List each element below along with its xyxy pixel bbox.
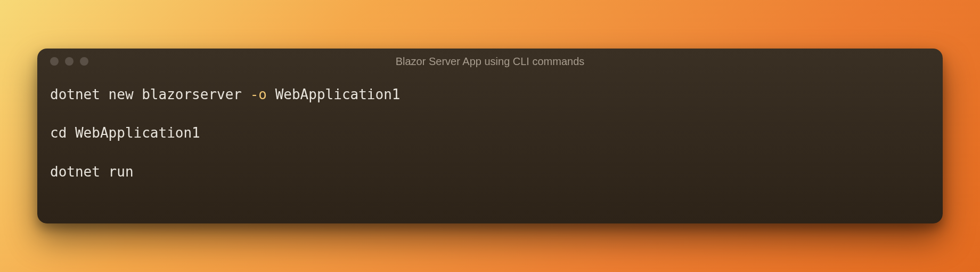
code-segment: cd WebApplication1 [50,125,200,141]
code-segment: dotnet new blazorserver [50,86,250,102]
code-segment: dotnet run [50,164,134,180]
terminal-body[interactable]: dotnet new blazorserver -o WebApplicatio… [37,74,943,192]
code-line: cd WebApplication1 [50,123,930,142]
code-segment: WebApplication1 [267,86,400,102]
terminal-window: Blazor Server App using CLI commands dot… [37,49,943,223]
traffic-lights [50,57,88,66]
code-segment: -o [250,86,267,102]
window-titlebar: Blazor Server App using CLI commands [37,49,943,74]
close-icon[interactable] [50,57,59,66]
maximize-icon[interactable] [80,57,88,66]
code-line: dotnet run [50,162,930,181]
minimize-icon[interactable] [65,57,74,66]
code-line: dotnet new blazorserver -o WebApplicatio… [50,85,930,104]
window-title: Blazor Server App using CLI commands [37,55,943,68]
